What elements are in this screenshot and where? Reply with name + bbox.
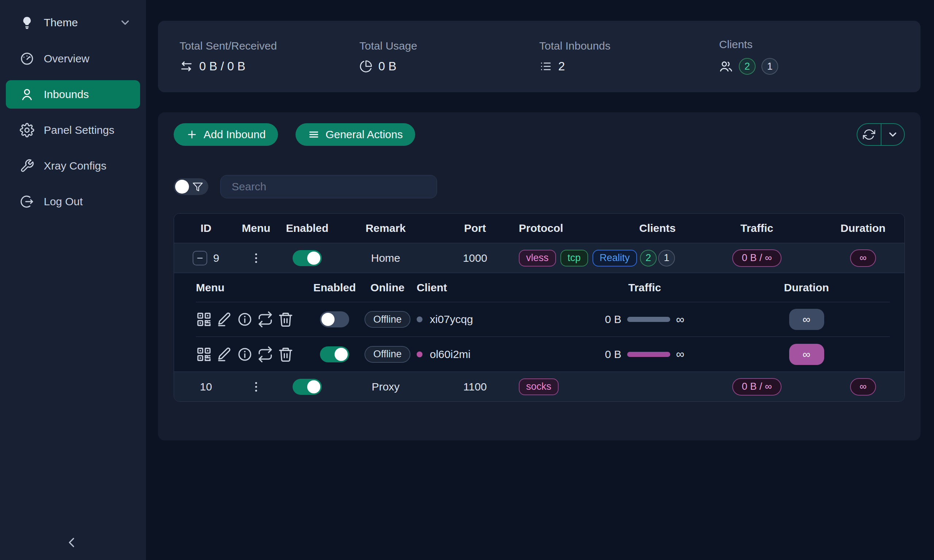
theme-selector[interactable]: Theme bbox=[0, 0, 146, 30]
row-menu-button[interactable] bbox=[238, 372, 274, 402]
users-icon bbox=[719, 59, 733, 73]
table-header-row: ID Menu Enabled Remark Port Protocol Cli… bbox=[174, 214, 905, 243]
delete-button[interactable] bbox=[277, 311, 294, 328]
toggle-knob bbox=[334, 348, 348, 361]
stat-value: 0 B / 0 B bbox=[199, 59, 245, 73]
client-status-dot bbox=[417, 351, 422, 357]
client-name: xi07ycqg bbox=[430, 313, 473, 326]
id-cell: 10 bbox=[174, 372, 238, 402]
plus-icon bbox=[186, 129, 198, 140]
toolbar: Add Inbound General Actions bbox=[174, 123, 905, 146]
funnel-icon bbox=[189, 181, 203, 192]
clients-deactive-badge: 1 bbox=[658, 250, 675, 266]
protocol-tag: tcp bbox=[560, 250, 588, 266]
enabled-toggle[interactable] bbox=[293, 250, 322, 266]
qr-code-button[interactable] bbox=[196, 311, 212, 328]
sidebar-collapse-button[interactable] bbox=[61, 532, 82, 553]
refresh-icon bbox=[863, 128, 875, 141]
chevron-left-icon bbox=[63, 534, 80, 551]
col-header-menu: Menu bbox=[238, 214, 274, 243]
table-row: 10 Proxy 1100 socks 0 B / ∞ ∞ bbox=[174, 372, 905, 402]
client-enabled-toggle[interactable] bbox=[320, 346, 349, 362]
traffic-cell: 0 B / ∞ bbox=[692, 243, 821, 273]
stat-total-inbounds: Total Inbounds 2 bbox=[539, 40, 719, 73]
minus-icon bbox=[195, 253, 205, 263]
stats-card: Total Sent/Received 0 B / 0 B Total Usag… bbox=[158, 21, 920, 92]
person-icon bbox=[20, 87, 34, 102]
protocol-tag: vless bbox=[519, 250, 556, 266]
col-header-clients: Clients bbox=[623, 214, 692, 243]
add-inbound-button[interactable]: Add Inbound bbox=[174, 123, 278, 146]
sidebar-item-log-out[interactable]: Log Out bbox=[6, 188, 140, 216]
duration-badge[interactable]: ∞ bbox=[850, 249, 876, 267]
col-header-protocol: Protocol bbox=[519, 214, 623, 243]
duration-badge[interactable]: ∞ bbox=[789, 344, 824, 365]
info-button[interactable] bbox=[237, 346, 253, 362]
duration-badge[interactable]: ∞ bbox=[850, 378, 876, 395]
client-enabled-cell bbox=[311, 302, 358, 337]
protocol-cell: socks bbox=[519, 372, 623, 402]
sidebar-item-xray-configs[interactable]: Xray Configs bbox=[6, 152, 140, 180]
refresh-button-group bbox=[857, 123, 905, 146]
list-icon bbox=[539, 60, 552, 73]
id-cell: 9 bbox=[174, 243, 238, 273]
traffic-cell: 0 B / ∞ bbox=[692, 372, 821, 402]
lightbulb-icon bbox=[20, 15, 34, 30]
subcol-header-enabled: Enabled bbox=[311, 273, 358, 302]
subcol-header-client: Client bbox=[417, 273, 566, 302]
transfer-arrows-icon bbox=[179, 59, 193, 73]
sidebar-item-label: Xray Configs bbox=[44, 160, 106, 172]
clients-online-badge: 2 bbox=[640, 250, 657, 266]
logout-icon bbox=[20, 194, 34, 209]
refresh-button[interactable] bbox=[857, 124, 881, 145]
main-content: Total Sent/Received 0 B / 0 B Total Usag… bbox=[146, 0, 934, 560]
inbounds-table: ID Menu Enabled Remark Port Protocol Cli… bbox=[174, 213, 905, 402]
client-enabled-toggle[interactable] bbox=[320, 311, 349, 328]
inbound-id: 10 bbox=[200, 381, 212, 393]
client-online-cell: Offline bbox=[358, 337, 417, 372]
duration-badge[interactable]: ∞ bbox=[789, 309, 824, 330]
sidebar: Theme Overview Inbounds Panel Settings X… bbox=[0, 0, 146, 560]
edit-button[interactable] bbox=[216, 346, 233, 362]
client-name: ol60i2mi bbox=[430, 348, 471, 361]
remark-cell: Proxy bbox=[340, 372, 431, 402]
enabled-toggle[interactable] bbox=[293, 379, 322, 395]
stat-label: Total Inbounds bbox=[539, 40, 719, 52]
sidebar-item-label: Panel Settings bbox=[44, 124, 114, 136]
pie-chart-icon bbox=[359, 60, 373, 73]
toggle-knob bbox=[321, 313, 334, 326]
col-header-traffic: Traffic bbox=[692, 214, 821, 243]
subcol-header-traffic: Traffic bbox=[566, 273, 723, 302]
refresh-dropdown-button[interactable] bbox=[881, 124, 904, 145]
clients-online-badge: 2 bbox=[739, 58, 755, 75]
client-subtable: Menu Enabled Online Client Traffic Durat… bbox=[174, 273, 905, 372]
sidebar-item-overview[interactable]: Overview bbox=[6, 45, 140, 73]
sidebar-item-inbounds[interactable]: Inbounds bbox=[6, 80, 140, 109]
info-button[interactable] bbox=[237, 311, 253, 328]
stat-value: 0 B bbox=[378, 59, 396, 73]
stat-total-usage: Total Usage 0 B bbox=[359, 40, 539, 73]
reset-traffic-button[interactable] bbox=[257, 311, 273, 328]
online-status-badge: Offline bbox=[364, 346, 410, 363]
client-name-cell: xi07ycqg bbox=[417, 302, 566, 337]
search-input[interactable] bbox=[220, 175, 437, 198]
chevron-down-icon bbox=[119, 16, 131, 29]
reset-traffic-button[interactable] bbox=[257, 346, 273, 362]
search-row bbox=[174, 175, 905, 198]
filter-toggle[interactable] bbox=[174, 178, 208, 195]
inbound-id: 9 bbox=[213, 252, 219, 264]
client-name-cell: ol60i2mi bbox=[417, 337, 566, 372]
edit-button[interactable] bbox=[216, 311, 233, 328]
delete-button[interactable] bbox=[277, 346, 294, 362]
general-actions-button[interactable]: General Actions bbox=[296, 123, 415, 146]
duration-cell: ∞ bbox=[821, 243, 905, 273]
collapse-row-button[interactable] bbox=[193, 251, 207, 265]
qr-code-button[interactable] bbox=[196, 346, 212, 362]
stat-value: 2 bbox=[558, 59, 565, 73]
col-header-enabled: Enabled bbox=[274, 214, 340, 243]
clients-cell: 2 1 bbox=[623, 243, 692, 273]
enabled-cell bbox=[274, 243, 340, 273]
row-menu-button[interactable] bbox=[238, 243, 274, 273]
sidebar-item-panel-settings[interactable]: Panel Settings bbox=[6, 116, 140, 145]
toggle-knob bbox=[307, 380, 321, 393]
